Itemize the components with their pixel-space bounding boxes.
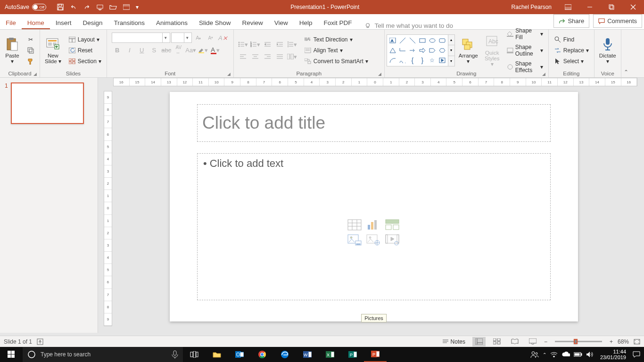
shapes-gallery-scroll[interactable]: ▴▾▾	[448, 34, 455, 66]
zoom-slider-thumb[interactable]	[574, 339, 578, 344]
zoom-slider[interactable]	[555, 341, 602, 342]
action-center-icon[interactable]	[633, 351, 640, 358]
decrease-indent-button[interactable]	[262, 39, 273, 49]
close-button[interactable]	[622, 0, 644, 14]
task-view-button[interactable]	[183, 347, 206, 362]
tab-home[interactable]: Home	[22, 16, 50, 29]
slideshow-view-button[interactable]	[526, 337, 539, 346]
onedrive-icon[interactable]	[561, 352, 570, 357]
taskbar-search[interactable]: Type here to search	[23, 347, 183, 362]
tab-view[interactable]: View	[269, 16, 294, 29]
publisher-button[interactable]: P	[341, 347, 364, 362]
shape-curve-icon[interactable]	[398, 56, 407, 65]
start-button[interactable]	[0, 347, 23, 362]
font-size-input[interactable]	[172, 34, 184, 41]
save-icon[interactable]	[55, 1, 66, 13]
insert-smartart-icon[interactable]	[384, 218, 400, 231]
tab-review[interactable]: Review	[236, 16, 268, 29]
grow-font-button[interactable]: A▴	[193, 33, 204, 43]
chevron-down-icon[interactable]: ▼	[162, 33, 169, 42]
highlight-button[interactable]: ▾	[198, 45, 209, 55]
shape-block-arrow-icon[interactable]	[418, 46, 427, 55]
justify-button[interactable]	[274, 51, 286, 62]
collapse-ribbon-button[interactable]: ⌃	[621, 30, 631, 77]
autosave-control[interactable]: AutoSave Off	[0, 4, 51, 10]
scroll-up-icon[interactable]: ▴	[448, 35, 454, 45]
tab-design[interactable]: Design	[77, 16, 108, 29]
dialog-launcher-icon[interactable]: ◢	[227, 72, 231, 76]
normal-view-button[interactable]	[472, 337, 486, 346]
insert-video-icon[interactable]	[384, 233, 400, 247]
minimize-button[interactable]	[579, 0, 601, 14]
select-button[interactable]: Select ▾	[552, 57, 591, 66]
format-painter-button[interactable]	[25, 57, 37, 66]
align-right-button[interactable]	[262, 51, 273, 62]
shape-arc-icon[interactable]	[388, 56, 397, 65]
shapes-gallery[interactable]: A { } ☆	[387, 34, 448, 66]
maximize-button[interactable]	[601, 0, 622, 14]
dialog-launcher-icon[interactable]: ◢	[33, 72, 37, 76]
clear-formatting-button[interactable]: A⨯	[217, 33, 229, 43]
shape-rect-icon[interactable]	[418, 36, 427, 45]
shape-roundrect-icon[interactable]	[438, 36, 447, 45]
shape-triangle-icon[interactable]	[388, 46, 397, 55]
shape-fill-button[interactable]: Shape Fill ▾	[504, 26, 545, 41]
wifi-icon[interactable]	[550, 352, 558, 357]
tab-foxit-pdf[interactable]: Foxit PDF	[318, 16, 358, 29]
dialog-launcher-icon[interactable]: ◢	[378, 72, 381, 76]
shape-line-icon[interactable]	[398, 36, 407, 45]
reading-view-button[interactable]	[508, 337, 521, 346]
outlook-button[interactable]: O	[228, 347, 251, 362]
tab-insert[interactable]: Insert	[50, 16, 77, 29]
copy-button[interactable]	[25, 46, 37, 55]
excel-button[interactable]: X	[319, 347, 341, 362]
insert-pictures-icon[interactable]	[347, 233, 363, 247]
italic-button[interactable]: I	[124, 45, 135, 55]
open-icon[interactable]	[107, 1, 119, 13]
shadow-button[interactable]: S	[149, 45, 160, 55]
zoom-out-button[interactable]: −	[544, 338, 547, 345]
change-case-button[interactable]: Aa▾	[185, 45, 197, 55]
comments-button[interactable]: Comments	[593, 14, 642, 28]
paste-button[interactable]: Paste▾	[2, 32, 23, 69]
slide-thumbnail-panel[interactable]: 1	[0, 78, 98, 333]
underline-button[interactable]: U	[136, 45, 148, 55]
shape-textbox-icon[interactable]: A	[388, 36, 397, 45]
window-icon[interactable]	[121, 1, 132, 13]
title-placeholder[interactable]: Click to add title	[197, 104, 551, 142]
autosave-toggle[interactable]: Off	[32, 4, 46, 10]
align-center-button[interactable]	[250, 51, 261, 62]
insert-table-icon[interactable]	[347, 218, 363, 231]
font-name-combo[interactable]: ▼	[112, 33, 170, 43]
share-button[interactable]: Share	[553, 14, 589, 28]
shape-pentagon-icon[interactable]	[428, 46, 437, 55]
mic-icon[interactable]	[172, 350, 178, 359]
numbering-button[interactable]: 123▾	[250, 39, 261, 49]
slide-thumbnail[interactable]	[11, 82, 84, 124]
word-button[interactable]: W	[296, 347, 319, 362]
font-color-button[interactable]: A▾	[210, 45, 221, 55]
zoom-level[interactable]: 68%	[618, 338, 629, 345]
font-name-input[interactable]	[112, 34, 162, 41]
arrange-button[interactable]: Arrange▾	[456, 32, 481, 69]
shape-action-icon[interactable]	[438, 56, 447, 65]
tab-help[interactable]: Help	[294, 16, 318, 29]
scroll-down-icon[interactable]: ▾	[448, 45, 454, 56]
shape-elbow-icon[interactable]	[398, 46, 407, 55]
shrink-font-button[interactable]: A▾	[205, 33, 216, 43]
new-slide-button[interactable]: NewSlide ▾	[42, 32, 64, 69]
shapes-more-icon[interactable]: ▾	[448, 56, 454, 66]
shape-outline-button[interactable]: Shape Outline ▾	[504, 43, 545, 58]
taskbar-clock[interactable]: 11:44 23/01/2019	[597, 349, 629, 360]
qat-customize-icon[interactable]: ▾	[134, 1, 140, 13]
shape-line2-icon[interactable]	[408, 36, 417, 45]
ribbon-display-icon[interactable]	[557, 0, 579, 14]
shape-oval-icon[interactable]	[428, 36, 437, 45]
shape-brace-right-icon[interactable]: }	[418, 56, 427, 65]
char-spacing-button[interactable]: AV↔	[173, 45, 184, 55]
columns-button[interactable]: ▾	[287, 51, 298, 62]
slide-sorter-view-button[interactable]	[490, 337, 504, 346]
tell-me-search[interactable]: Tell me what you want to do	[358, 22, 460, 29]
text-direction-button[interactable]: IIAText Direction ▾	[302, 35, 355, 44]
file-explorer-button[interactable]	[206, 347, 228, 362]
